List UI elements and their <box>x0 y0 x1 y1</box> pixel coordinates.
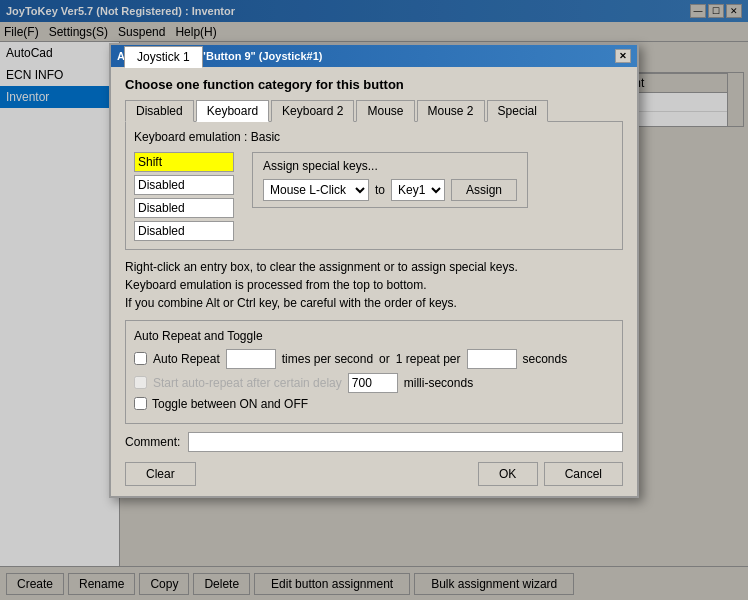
tab-disabled[interactable]: Disabled <box>125 100 194 122</box>
auto-repeat-row: Auto Repeat times per second or 1 repeat… <box>134 349 614 369</box>
seconds-label: seconds <box>523 352 568 366</box>
key-entry-2[interactable] <box>134 175 234 195</box>
auto-section-title: Auto Repeat and Toggle <box>134 329 614 343</box>
key-list <box>134 152 234 241</box>
ms-input[interactable] <box>348 373 398 393</box>
assign-row: Mouse L-Click Mouse R-Click Mouse M-Clic… <box>263 179 517 201</box>
delay-label: Start auto-repeat after certain delay <box>153 376 342 390</box>
assignment-dialog: Assignment for "Button 9" (Joystick#1) ✕… <box>109 43 639 498</box>
to-label: to <box>375 183 385 197</box>
comment-label: Comment: <box>125 435 180 449</box>
key-entries-area: Assign special keys... Mouse L-Click Mou… <box>134 152 614 241</box>
auto-repeat-section: Auto Repeat and Toggle Auto Repeat times… <box>125 320 623 424</box>
auto-repeat-label: Auto Repeat <box>153 352 220 366</box>
key-entry-4[interactable] <box>134 221 234 241</box>
ms-label: milli-seconds <box>404 376 473 390</box>
delay-checkbox[interactable] <box>134 376 147 389</box>
comment-row: Comment: <box>125 432 623 452</box>
or-label: or <box>379 352 390 366</box>
ok-button[interactable]: OK <box>478 462 538 486</box>
assign-special-area: Assign special keys... Mouse L-Click Mou… <box>252 152 528 208</box>
dialog-body: Choose one function category for this bu… <box>111 67 637 496</box>
info-line-2: Keyboard emulation is processed from the… <box>125 276 623 294</box>
dialog-overlay: Assignment for "Button 9" (Joystick#1) ✕… <box>0 0 748 600</box>
delay-row: Start auto-repeat after certain delay mi… <box>134 373 614 393</box>
tab-special[interactable]: Special <box>487 100 548 122</box>
tab-mouse2[interactable]: Mouse 2 <box>417 100 485 122</box>
info-text-area: Right-click an entry box, to clear the a… <box>125 258 623 312</box>
times-label: times per second <box>282 352 373 366</box>
assign-button[interactable]: Assign <box>451 179 517 201</box>
tab-keyboard2[interactable]: Keyboard 2 <box>271 100 354 122</box>
key-entry-1[interactable] <box>134 152 234 172</box>
dialog-tabs: Disabled Keyboard Keyboard 2 Mouse Mouse… <box>125 100 623 122</box>
tab-keyboard[interactable]: Keyboard <box>196 100 269 122</box>
info-line-3: If you combine Alt or Ctrl key, be caref… <box>125 294 623 312</box>
keyboard-section: Keyboard emulation : Basic Assign specia… <box>125 121 623 250</box>
toggle-label: Toggle between ON and OFF <box>152 397 308 411</box>
repeat-label: 1 repeat per <box>396 352 461 366</box>
keyboard-section-title: Keyboard emulation : Basic <box>134 130 614 144</box>
clear-button[interactable]: Clear <box>125 462 196 486</box>
toggle-row: Toggle between ON and OFF <box>134 397 614 411</box>
comment-input[interactable] <box>188 432 623 452</box>
tab-joystick1[interactable]: Joystick 1 <box>124 46 203 68</box>
assign-special-title: Assign special keys... <box>263 159 517 173</box>
tab-mouse[interactable]: Mouse <box>356 100 414 122</box>
key-entry-3[interactable] <box>134 198 234 218</box>
dialog-buttons: Clear OK Cancel <box>125 462 623 486</box>
auto-repeat-checkbox[interactable] <box>134 352 147 365</box>
dialog-close-button[interactable]: ✕ <box>615 49 631 63</box>
times-per-second-input[interactable] <box>226 349 276 369</box>
seconds-input[interactable] <box>467 349 517 369</box>
cancel-button[interactable]: Cancel <box>544 462 623 486</box>
dialog-heading: Choose one function category for this bu… <box>125 77 623 92</box>
source-select[interactable]: Mouse L-Click Mouse R-Click Mouse M-Clic… <box>263 179 369 201</box>
toggle-checkbox[interactable] <box>134 397 147 410</box>
info-line-1: Right-click an entry box, to clear the a… <box>125 258 623 276</box>
dest-select[interactable]: Key1 Key2 Key3 Key4 <box>391 179 445 201</box>
